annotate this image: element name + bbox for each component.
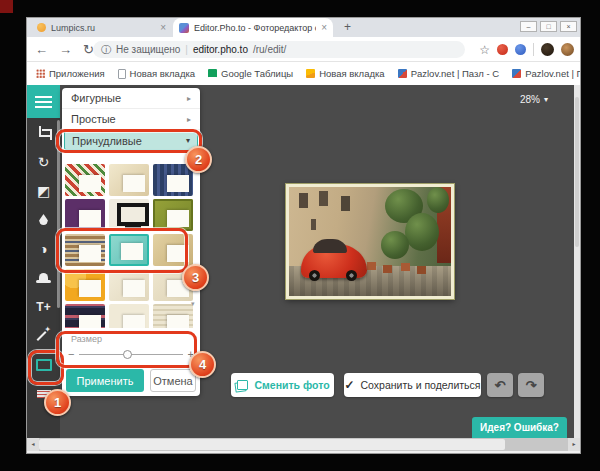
omnibox-divider: | <box>185 44 188 55</box>
annotation-step-4: 4 <box>189 351 216 378</box>
photo-plant <box>405 213 439 251</box>
tab-editor-photo[interactable]: Editor.Pho.to - Фоторедактор о × <box>173 18 333 37</box>
scroll-right-arrow[interactable]: ▸ <box>568 438 580 451</box>
bookmarks-bar: Приложения Новая вкладка Google Таблицы … <box>27 62 580 85</box>
photo-with-frame[interactable] <box>286 184 454 299</box>
bookmark-pazlov-1[interactable]: Pazlov.net | Пазл - С <box>398 68 500 79</box>
tab-title: Editor.Pho.to - Фоторедактор о <box>194 23 316 33</box>
photo-red-car <box>301 236 367 278</box>
tool-accessories-button[interactable] <box>27 263 60 292</box>
frame-thumbnail[interactable] <box>65 164 105 196</box>
annotation-step-1: 1 <box>44 389 71 416</box>
close-button[interactable]: × <box>560 21 577 32</box>
window-controls: – □ × <box>520 21 577 32</box>
rotate-icon: ↻ <box>38 154 50 170</box>
tab-close-icon[interactable]: × <box>160 23 166 33</box>
contrast-icon: ◑ <box>39 241 47 257</box>
photo-building-windows <box>299 193 308 208</box>
tool-exposure-button[interactable]: ◩ <box>27 176 60 205</box>
category-simple[interactable]: Простые ▸ <box>62 109 200 130</box>
bookmark-star-icon[interactable]: ☆ <box>479 43 490 57</box>
frame-thumbnail[interactable] <box>153 304 193 328</box>
annotation-outline-thumbnails <box>56 228 188 273</box>
photos-icon <box>235 380 248 391</box>
frame-thumbnail[interactable] <box>109 164 149 196</box>
puzzle-icon <box>398 69 407 78</box>
image-icon <box>306 69 315 78</box>
car-wheel <box>309 270 320 281</box>
save-share-button[interactable]: ✓ Сохранить и поделиться <box>344 373 481 397</box>
tool-text-button[interactable]: T+ <box>27 292 60 321</box>
annotation-outline-slider <box>56 331 197 368</box>
exposure-icon: ◩ <box>37 183 50 199</box>
category-shaped[interactable]: Фигурные ▸ <box>62 88 200 109</box>
tab-lumpics[interactable]: Lumpics.ru × <box>31 18 172 37</box>
menu-button[interactable] <box>27 85 60 118</box>
tab-strip: Lumpics.ru × Editor.Pho.to - Фоторедакто… <box>27 18 580 37</box>
text-tool-icon: T+ <box>36 300 50 314</box>
bookmark-new-tab[interactable]: Новая вкладка <box>118 68 195 79</box>
change-photo-button[interactable]: Сменить фото <box>231 373 334 397</box>
frame-thumbnail[interactable] <box>153 199 193 231</box>
feedback-button[interactable]: Идея? Ошибка? <box>472 417 567 438</box>
photo-plant <box>427 187 449 213</box>
bookmark-pazlov-2[interactable]: Pazlov.net | Пазл - К <box>512 68 580 79</box>
url-path: /ru/edit/ <box>253 44 286 55</box>
forward-icon[interactable]: → <box>59 42 72 57</box>
undo-button[interactable]: ↶ <box>487 373 513 397</box>
horizontal-scrollbar[interactable]: ◂ ▸ <box>27 438 580 451</box>
tab-title: Lumpics.ru <box>51 23 155 33</box>
tool-color-button[interactable] <box>27 205 60 234</box>
tab-close-icon[interactable]: × <box>321 23 327 33</box>
frame-thumbnail[interactable] <box>65 199 105 231</box>
frame-thumbnail[interactable] <box>65 269 105 301</box>
scroll-left-arrow[interactable]: ◂ <box>27 438 39 451</box>
hat-icon <box>36 273 51 283</box>
zoom-control[interactable]: 28% ▾ <box>520 94 548 105</box>
bookmark-apps[interactable]: Приложения <box>36 68 105 79</box>
photo-flower-pots <box>367 262 376 270</box>
new-tab-button[interactable]: + <box>341 21 354 34</box>
apply-button[interactable]: Применить <box>66 369 144 392</box>
bookmark-google-sheets[interactable]: Google Таблицы <box>208 68 293 79</box>
maximize-button[interactable]: □ <box>540 21 557 32</box>
puzzle-icon <box>512 69 521 78</box>
redo-button[interactable]: ↷ <box>518 373 544 397</box>
tool-rotate-button[interactable]: ↻ <box>27 147 60 176</box>
check-icon: ✓ <box>344 378 354 392</box>
address-bar[interactable]: ⓘ Не защищено | editor.pho.to /ru/edit/ <box>93 41 465 58</box>
extension-red-icon[interactable] <box>497 44 508 55</box>
zoom-value: 28% <box>520 94 540 105</box>
crop-icon <box>37 126 50 139</box>
info-icon[interactable]: ⓘ <box>101 43 111 57</box>
vertical-scrollbar-thumb[interactable] <box>575 97 579 247</box>
frames-scroll-arrow[interactable]: ▾ <box>191 300 195 308</box>
vertical-scrollbar[interactable] <box>574 85 580 438</box>
frame-thumbnail[interactable] <box>109 269 149 301</box>
frame-thumbnail[interactable] <box>109 304 149 328</box>
back-icon[interactable]: ← <box>35 42 48 57</box>
cancel-button[interactable]: Отмена <box>150 369 196 392</box>
frame-thumbnail[interactable] <box>153 164 193 196</box>
desktop-corner-icon <box>0 0 13 13</box>
photo-editor-favicon-icon <box>179 23 189 33</box>
bookmark-new-tab-2[interactable]: Новая вкладка <box>306 68 384 79</box>
car-window <box>313 239 347 253</box>
photo-image <box>289 187 451 296</box>
frame-thumbnail[interactable] <box>65 304 105 328</box>
horizontal-scrollbar-thumb[interactable] <box>39 439 505 450</box>
page-icon <box>118 69 126 79</box>
profile-avatar[interactable] <box>541 43 554 56</box>
annotation-step-2: 2 <box>185 146 212 173</box>
security-label: Не защищено <box>116 44 180 55</box>
magic-wand-icon <box>37 329 50 342</box>
extension-blue-icon[interactable] <box>515 44 526 55</box>
arrow-right-icon: ▸ <box>187 94 191 103</box>
annotation-step-3: 3 <box>182 264 209 291</box>
minimize-button[interactable]: – <box>520 21 537 32</box>
url-domain: editor.pho.to <box>193 44 248 55</box>
browser-toolbar: ← → ↻ ⓘ Не защищено | editor.pho.to /ru/… <box>27 37 580 62</box>
frame-thumbnail[interactable] <box>109 199 149 231</box>
secondary-avatar[interactable] <box>561 43 574 56</box>
arrow-right-icon: ▸ <box>187 115 191 124</box>
